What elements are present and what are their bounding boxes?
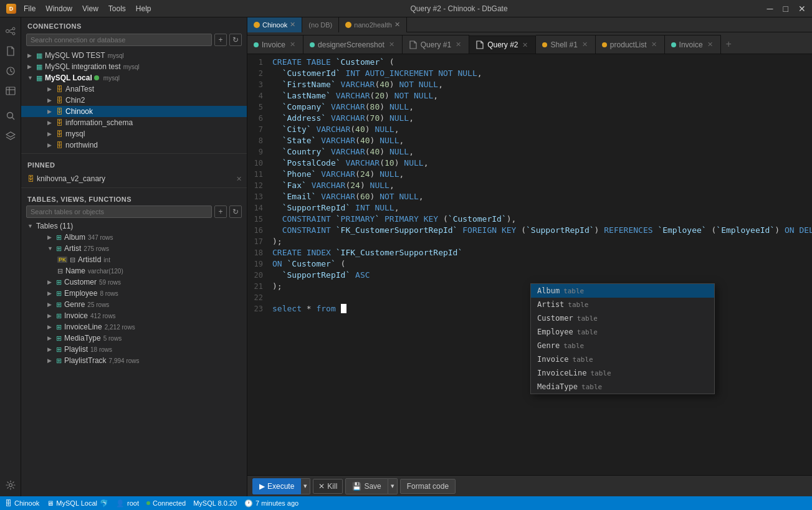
layers-icon[interactable] [2, 127, 19, 144]
line-number: 4 [247, 90, 269, 102]
save-button[interactable]: 💾 Save [345, 478, 388, 494]
tab-shell1[interactable]: Shell #1 ✕ [536, 35, 595, 54]
ac-item-invoice[interactable]: Invoice table [531, 352, 714, 366]
table-customer[interactable]: ▶ ⊞ Customer 59 rows [21, 276, 247, 288]
pinned-item-knihovna[interactable]: 🗄 knihovna_v2_canary ✕ [21, 172, 247, 185]
table-album[interactable]: ▶ ⊞ Album 347 rows [21, 232, 247, 243]
tab-close-button[interactable]: ✕ [581, 40, 589, 49]
history-icon[interactable] [2, 62, 19, 80]
connections-refresh-button[interactable]: ↻ [229, 34, 242, 46]
table-invoice[interactable]: ▶ ⊞ Invoice 412 rows [21, 310, 247, 321]
chevron-right-icon: ▶ [47, 97, 56, 103]
menu-window[interactable]: Window [45, 4, 72, 13]
menu-tools[interactable]: Tools [108, 4, 126, 13]
status-user[interactable]: 👤 root [116, 499, 139, 508]
ac-item-mediatype[interactable]: MediaType table [531, 380, 714, 394]
nodb-tab[interactable]: (no DB) [302, 17, 339, 32]
db-northwind[interactable]: ▶ 🗄 northwind [21, 139, 247, 151]
settings-icon[interactable] [2, 476, 19, 494]
svg-point-1 [12, 27, 15, 30]
code-editor[interactable]: 1CREATE TABLE `Customer` (2 `CustomerId`… [247, 54, 812, 475]
tables-group[interactable]: ▼ Tables (11) [21, 220, 247, 232]
db-mysql[interactable]: ▶ 🗄 mysql [21, 128, 247, 139]
menu-view[interactable]: View [82, 4, 98, 13]
connections-add-button[interactable]: + [214, 34, 227, 46]
tables-refresh-button[interactable]: ↻ [229, 205, 242, 218]
ac-item-invoiceline[interactable]: InvoiceLine table [531, 366, 714, 380]
format-button[interactable]: Format code [400, 479, 456, 494]
maximize-button[interactable]: □ [783, 4, 788, 14]
table-genre[interactable]: ▶ ⊞ Genre 25 rows [21, 299, 247, 310]
tab-close-button[interactable]: ✕ [706, 40, 714, 49]
tab-query1[interactable]: Query #1 ✕ [403, 35, 469, 54]
table-playlisttrack[interactable]: ▶ ⊞ PlaylistTrack 7,994 rows [21, 355, 247, 366]
execute-button[interactable]: ▶ Execute [252, 478, 301, 494]
db-tab-close-icon[interactable]: ✕ [290, 21, 295, 29]
mysql-icon: 🐬 [100, 499, 108, 508]
connection-mysql-integration[interactable]: ▶ ▦ MySQL integration test mysql [21, 61, 247, 72]
line-content: `FirstName` VARCHAR(40) NOT NULL, [269, 79, 812, 90]
table-invoiceline[interactable]: ▶ ⊞ InvoiceLine 2,212 rows [21, 321, 247, 333]
kill-button[interactable]: ✕ Kill [313, 479, 343, 494]
search-icon[interactable] [2, 107, 19, 125]
chevron-right-icon: ▶ [47, 234, 56, 240]
pinned-close-button[interactable]: ✕ [236, 175, 242, 183]
minimize-button[interactable]: ─ [767, 4, 773, 14]
table-artist[interactable]: ▼ ⊞ Artist 275 rows [21, 243, 247, 254]
db-analtest[interactable]: ▶ 🗄 AnalTest [21, 83, 247, 95]
status-connection[interactable]: 🖥 MySQL Local 🐬 [47, 499, 108, 508]
ac-item-employee[interactable]: Employee table [531, 325, 714, 339]
tab-invoice[interactable]: Invoice ✕ [247, 35, 303, 54]
ac-item-artist[interactable]: Artist table [531, 298, 714, 311]
tab-close-button[interactable]: ✕ [650, 40, 658, 49]
tab-add-button[interactable]: + [721, 35, 737, 54]
execute-label: Execute [267, 482, 294, 491]
tab-close-button[interactable]: ✕ [388, 40, 396, 49]
connection-mysql-local[interactable]: ▼ ▦ MySQL Local mysql [21, 72, 247, 83]
chevron-right-icon: ▶ [27, 64, 36, 70]
code-line: 11 `Phone` VARCHAR(24) NULL, [247, 169, 812, 180]
tab-close-button[interactable]: ✕ [289, 40, 297, 49]
line-number: 22 [247, 292, 269, 303]
table-playlist[interactable]: ▶ ⊞ Playlist 18 rows [21, 344, 247, 355]
tab-label: Shell #1 [550, 40, 577, 49]
tab-close-button[interactable]: ✕ [521, 40, 529, 50]
line-number: 5 [247, 102, 269, 113]
db-chinook[interactable]: ▶ 🗄 Chinook [21, 106, 247, 117]
chevron-right-icon: ▶ [47, 131, 56, 137]
tables-search-input[interactable] [26, 205, 212, 218]
connection-mysql-wd-test[interactable]: ▶ ▦ MySQL WD TEST mysql [21, 50, 247, 61]
db-information-schema[interactable]: ▶ 🗄 information_schema [21, 117, 247, 128]
file-icon[interactable] [2, 42, 19, 60]
ac-item-genre[interactable]: Genre table [531, 339, 714, 352]
chevron-right-icon: ▶ [47, 313, 56, 319]
table-icon[interactable] [2, 82, 19, 100]
tab-close-button[interactable]: ✕ [454, 40, 462, 49]
active-db-tab[interactable]: Chinook ✕ [247, 17, 302, 32]
line-content: `LastName` VARCHAR(20) NOT NULL, [269, 90, 812, 102]
tables-add-button[interactable]: + [214, 205, 227, 218]
menu-help[interactable]: Help [136, 4, 151, 13]
execute-dropdown-button[interactable]: ▾ [301, 478, 310, 494]
tab-invoice2[interactable]: Invoice ✕ [665, 35, 721, 54]
connections-icon[interactable] [2, 22, 19, 40]
nano2health-tab[interactable]: nano2health ✕ [339, 17, 407, 32]
ac-item-album[interactable]: Album table [531, 284, 714, 298]
table-mediatype[interactable]: ▶ ⊞ MediaType 5 rows [21, 333, 247, 344]
db-chin2[interactable]: ▶ 🗄 Chin2 [21, 95, 247, 106]
table-employee[interactable]: ▶ ⊞ Employee 8 rows [21, 288, 247, 299]
tables-group-label: Tables (11) [36, 222, 73, 230]
save-dropdown-button[interactable]: ▾ [388, 478, 398, 494]
column-name[interactable]: ⊟ Name varchar(120) [21, 265, 247, 276]
menu-file[interactable]: File [24, 4, 36, 13]
connections-search-input[interactable] [26, 34, 212, 46]
tab-close-icon[interactable]: ✕ [394, 21, 400, 29]
ac-item-customer[interactable]: Customer table [531, 311, 714, 325]
connections-section: CONNECTIONS + ↻ ▶ ▦ MySQL WD TEST mysql … [21, 17, 247, 151]
close-button[interactable]: ✕ [798, 4, 806, 14]
tab-productlist[interactable]: productList ✕ [596, 35, 665, 54]
tab-designer[interactable]: designerScreenshot ✕ [303, 35, 403, 54]
status-db-name[interactable]: 🗄 Chinook [5, 499, 39, 507]
column-artistid[interactable]: PK ⊟ ArtistId int [21, 254, 247, 265]
tab-query2[interactable]: Query #2 ✕ [469, 35, 536, 54]
